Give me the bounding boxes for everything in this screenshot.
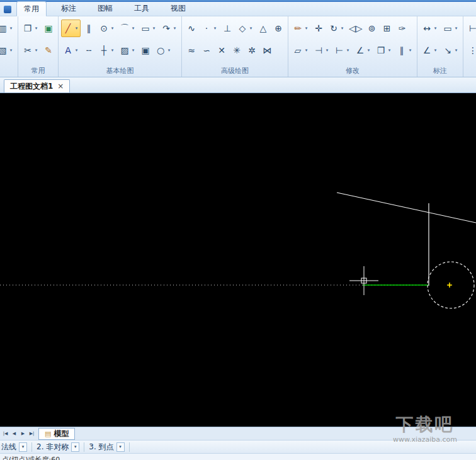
erase-tool-icon[interactable]: ✏ ▾: [291, 20, 310, 37]
clipped-right-top-icon[interactable]: ⊢ ▾: [466, 20, 476, 37]
hatch-tool-icon[interactable]: ▨ ▾: [118, 42, 137, 59]
extend-tool-icon[interactable]: ⊢ ▾: [332, 42, 352, 59]
center-mark-tool-icon[interactable]: ⊕: [271, 20, 285, 37]
dropdown-arrow-icon[interactable]: ▾: [212, 26, 218, 31]
stretch-tool-icon[interactable]: ▱ ▾: [291, 42, 310, 59]
rectangle-tool-icon[interactable]: ▭ ▾: [139, 20, 158, 37]
dropdown-arrow-icon[interactable]: ▾: [71, 442, 79, 452]
clipped-left-bottom-icon[interactable]: ▧ ▾: [0, 42, 15, 59]
dropdown-arrow-icon[interactable]: ▾: [130, 48, 136, 53]
point-tool-icon[interactable]: · ▾: [200, 20, 219, 37]
dropdown-arrow-icon[interactable]: ▾: [303, 48, 309, 53]
chamfer-tool-icon[interactable]: ∠ ▾: [353, 42, 373, 59]
format-brush-icon[interactable]: ✎: [42, 42, 55, 59]
sprocket-tool-icon[interactable]: ✲: [245, 42, 259, 59]
centerline-tool-icon[interactable]: ┼ ▾: [97, 42, 116, 59]
modify-brush-tool-icon[interactable]: ✑: [395, 20, 409, 37]
circle-tool-icon[interactable]: ⊙ ▾: [97, 20, 116, 37]
wedge-tool-icon[interactable]: △: [256, 20, 270, 37]
next-sheet-button[interactable]: ▶: [19, 429, 27, 439]
angle-dimension-tool-icon[interactable]: ∠ ▾: [420, 42, 439, 59]
dropdown-arrow-icon[interactable]: ▾: [248, 26, 254, 31]
last-sheet-button[interactable]: ▶|: [28, 429, 36, 439]
ribbon-tab[interactable]: 图幅: [91, 1, 120, 16]
double-wave-tool-icon[interactable]: ∽: [200, 42, 213, 59]
dropdown-arrow-icon[interactable]: ▾: [166, 48, 172, 53]
parallel-line-tool-icon[interactable]: ∥: [82, 20, 96, 37]
dropdown-arrow-icon[interactable]: ▾: [33, 48, 39, 53]
dropdown-arrow-icon[interactable]: ▾: [453, 48, 459, 53]
block-tool-icon[interactable]: ▣: [139, 42, 152, 59]
text-annotation-tool-icon[interactable]: ▭ ▾: [441, 20, 460, 37]
cross-line-tool-icon[interactable]: ✕: [215, 42, 229, 59]
dropdown-arrow-icon[interactable]: ▾: [110, 26, 115, 31]
drawing-canvas[interactable]: [0, 93, 476, 427]
ribbon-group: ✏ ▾ ✛: [288, 16, 417, 77]
ellipse-tool-icon[interactable]: ○ ▾: [154, 42, 173, 59]
spline-tool-icon[interactable]: ↷ ▾: [159, 20, 179, 37]
dimension-tool-icon[interactable]: ↔ ▾: [420, 20, 439, 37]
ribbon-tab[interactable]: 标注: [54, 1, 83, 16]
tool-glyph: A: [62, 43, 74, 58]
tool-glyph: ✑: [397, 21, 408, 36]
cut-icon[interactable]: ✂ ▾: [21, 42, 40, 59]
circular-array-tool-icon[interactable]: ⊚: [365, 20, 379, 37]
trim-tool-icon[interactable]: ⊣ ▾: [312, 42, 331, 59]
wave-line-tool-icon[interactable]: ≈: [184, 42, 198, 59]
dropdown-arrow-icon[interactable]: ▾: [345, 48, 351, 53]
app-menu-stub[interactable]: [4, 6, 11, 13]
gear-tool-icon[interactable]: ✳: [230, 42, 244, 59]
tool-glyph: ≈: [186, 43, 197, 58]
dropdown-arrow-icon[interactable]: ▾: [74, 48, 79, 53]
dropdown-arrow-icon[interactable]: ▾: [74, 26, 79, 31]
dropdown-arrow-icon[interactable]: ▾: [19, 442, 27, 452]
immediate-menu-item[interactable]: 2. 非对称 ▾: [32, 442, 84, 452]
dropdown-arrow-icon[interactable]: ▾: [433, 48, 438, 53]
curve-tool-icon[interactable]: ∿: [184, 20, 198, 37]
dropdown-arrow-icon[interactable]: ▾: [407, 48, 413, 53]
dropdown-arrow-icon[interactable]: ▾: [33, 26, 39, 31]
dropdown-arrow-icon[interactable]: ▾: [110, 48, 115, 53]
immediate-menu-item[interactable]: 3. 到点 ▾: [84, 442, 129, 452]
ribbon-tab[interactable]: 工具: [127, 1, 156, 16]
copy-object-tool-icon[interactable]: ❐ ▾: [374, 42, 394, 59]
first-sheet-button[interactable]: |◀: [1, 429, 9, 439]
prev-sheet-button[interactable]: ◀: [10, 429, 18, 439]
close-icon[interactable]: ×: [57, 82, 64, 91]
dashed-line-tool-icon[interactable]: ╌: [82, 42, 96, 59]
document-tab[interactable]: 工程图文档1 ×: [4, 79, 70, 93]
ribbon-tab[interactable]: 常用: [16, 1, 47, 16]
rect-array-tool-icon[interactable]: ⊞: [380, 20, 394, 37]
immediate-menu-item[interactable]: 法线 ▾: [0, 442, 32, 452]
line-tool-icon[interactable]: ╱ ▾: [61, 20, 81, 37]
dropdown-arrow-icon[interactable]: ▾: [303, 26, 309, 31]
dropdown-arrow-icon[interactable]: ▾: [387, 48, 392, 53]
text-tool-icon[interactable]: A ▾: [61, 42, 81, 59]
model-tab[interactable]: ▤ 模型: [38, 428, 75, 440]
dropdown-arrow-icon[interactable]: ▾: [339, 26, 345, 31]
rack-tool-icon[interactable]: ⋈: [260, 42, 274, 59]
ribbon-tab[interactable]: 视图: [164, 1, 193, 16]
dropdown-arrow-icon[interactable]: ▾: [8, 48, 14, 53]
move-tool-icon[interactable]: ✛: [312, 20, 326, 37]
new-window-icon[interactable]: ▣: [42, 20, 55, 37]
polygon-tool-icon[interactable]: ◇ ▾: [235, 20, 255, 37]
dropdown-arrow-icon[interactable]: ▾: [324, 48, 330, 53]
dropdown-arrow-icon[interactable]: ▾: [453, 26, 459, 31]
clipped-left-top-icon[interactable]: ▥ ▾: [0, 20, 15, 37]
arc-tool-icon[interactable]: ⌒ ▾: [118, 20, 137, 37]
copy-icon[interactable]: ❐ ▾: [21, 20, 40, 37]
dropdown-arrow-icon[interactable]: ▾: [151, 26, 157, 31]
dropdown-arrow-icon[interactable]: ▾: [130, 26, 136, 31]
dropdown-arrow-icon[interactable]: ▾: [116, 442, 125, 452]
rotate-tool-icon[interactable]: ↻ ▾: [327, 20, 346, 37]
mirror-tool-icon[interactable]: ◁▷: [348, 20, 364, 37]
perpendicular-tool-icon[interactable]: ⊥: [220, 20, 234, 37]
leader-tool-icon[interactable]: ↘ ▾: [441, 42, 460, 59]
offset-tool-icon[interactable]: ∥ ▾: [395, 42, 414, 59]
dropdown-arrow-icon[interactable]: ▾: [366, 48, 371, 53]
dropdown-arrow-icon[interactable]: ▾: [8, 26, 14, 31]
dropdown-arrow-icon[interactable]: ▾: [172, 26, 178, 31]
dropdown-arrow-icon[interactable]: ▾: [433, 26, 438, 31]
clipped-right-bottom-icon[interactable]: ⋮: [466, 42, 476, 59]
